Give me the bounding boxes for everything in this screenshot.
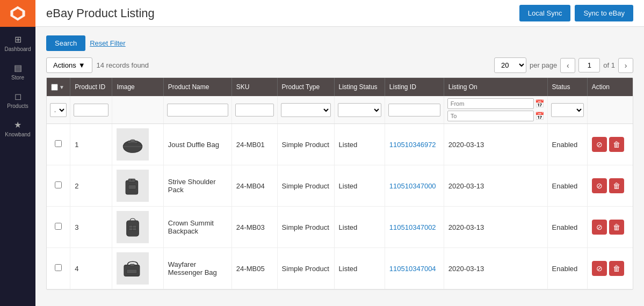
row-product-id-2: 2 <box>70 165 112 207</box>
records-found: 14 records found <box>97 61 149 69</box>
row-status-3: Enabled <box>547 207 587 248</box>
sidebar-item-store-label: Store <box>11 75 24 81</box>
filter-type-select[interactable] <box>281 103 331 117</box>
filter-status-select[interactable] <box>551 103 584 117</box>
filter-listing-on-cell: 📅 📅 <box>444 96 547 124</box>
row-checkbox-3[interactable] <box>55 223 62 230</box>
per-page-select[interactable]: 20 50 100 <box>494 57 526 73</box>
svg-rect-6 <box>128 185 136 189</box>
row-status-2: Enabled <box>547 165 587 207</box>
row-checkbox-2[interactable] <box>55 181 62 188</box>
select-all-checkbox[interactable] <box>51 84 58 91</box>
row-action-cell-2: ⊘ 🗑 <box>587 165 633 207</box>
page-number-input[interactable] <box>578 58 600 72</box>
pagination: 20 50 100 per page ‹ of 1 › <box>494 57 633 73</box>
sidebar-item-dashboard[interactable]: ⊞ Dashboard <box>0 29 35 57</box>
ban-button-1[interactable]: ⊘ <box>592 137 607 152</box>
sync-to-ebay-button[interactable]: Sync to eBay <box>575 5 633 21</box>
row-listing-id-2: 110510347000 <box>385 165 444 207</box>
delete-button-1[interactable]: 🗑 <box>609 137 624 152</box>
row-checkbox-1[interactable] <box>55 140 62 147</box>
row-image-cell-4 <box>112 248 163 289</box>
col-header-sku: SKU <box>231 78 277 96</box>
col-header-listing-status: Listing Status <box>334 78 385 96</box>
page-content: Search Reset Filter Actions ▼ 14 records… <box>35 27 644 306</box>
next-page-button[interactable]: › <box>618 58 633 73</box>
row-product-id-4: 4 <box>70 248 112 289</box>
row-action-cell-4: ⊘ 🗑 <box>587 248 633 289</box>
reset-filter-button[interactable]: Reset Filter <box>90 39 125 47</box>
ban-button-4[interactable]: ⊘ <box>592 261 607 276</box>
col-header-listing-on: Listing On <box>444 78 547 96</box>
chevron-down-icon[interactable]: ▼ <box>59 84 64 90</box>
actions-bar: Actions ▼ 14 records found 20 50 100 per… <box>46 57 633 73</box>
action-buttons-3: ⊘ 🗑 <box>592 220 628 235</box>
select-all-header: ▼ <box>47 78 70 96</box>
ban-button-3[interactable]: ⊘ <box>592 220 607 235</box>
listing-id-link-4[interactable]: 110510347004 <box>389 265 436 273</box>
row-image-cell-2 <box>112 165 163 207</box>
search-button[interactable]: Search <box>46 35 85 51</box>
filter-select-cell: Any <box>47 96 70 124</box>
filter-name-input[interactable] <box>167 104 228 116</box>
delete-button-2[interactable]: 🗑 <box>609 178 624 193</box>
page-header: eBay Product Listing Local Sync Sync to … <box>35 0 644 27</box>
filter-listing-status-cell <box>334 96 385 124</box>
filter-listing-id-input[interactable] <box>388 104 440 116</box>
filter-listing-id-cell <box>385 96 444 124</box>
row-action-cell-3: ⊘ 🗑 <box>587 207 633 248</box>
sidebar-item-products[interactable]: ◻ Products <box>0 86 35 114</box>
delete-button-3[interactable]: 🗑 <box>609 220 624 235</box>
sidebar-item-knowband[interactable]: ★ Knowband <box>0 114 35 143</box>
local-sync-button[interactable]: Local Sync <box>519 5 571 21</box>
filter-action-cell <box>587 96 633 124</box>
actions-dropdown-button[interactable]: Actions ▼ <box>46 57 92 73</box>
filter-date-from-input[interactable] <box>447 98 534 109</box>
action-buttons-2: ⊘ 🗑 <box>592 178 628 193</box>
row-checkbox-cell-2 <box>47 165 70 207</box>
filter-sku-input[interactable] <box>235 104 274 116</box>
filter-sku-cell <box>231 96 277 124</box>
per-page-label: per page <box>530 61 557 69</box>
page-total-label: of 1 <box>603 61 615 69</box>
products-table-container: ▼ Product ID Image Product Name SKU Prod… <box>46 77 633 290</box>
sidebar-item-dashboard-label: Dashboard <box>5 46 31 52</box>
col-header-status: Status <box>547 78 587 96</box>
sidebar: ⊞ Dashboard ▤ Store ◻ Products ★ Knowban… <box>0 0 35 306</box>
knowband-icon: ★ <box>14 120 21 130</box>
action-buttons-4: ⊘ 🗑 <box>592 261 628 276</box>
filter-image-cell <box>112 96 163 124</box>
row-product-type-2: Simple Product <box>277 165 334 207</box>
filter-id-cell <box>70 96 112 124</box>
row-product-name-2: Strive Shoulder Pack <box>163 165 231 207</box>
sidebar-item-store[interactable]: ▤ Store <box>0 57 35 86</box>
filter-date-to-input[interactable] <box>447 111 534 121</box>
filter-select-any[interactable]: Any <box>50 103 67 117</box>
filter-status-cell <box>547 96 587 124</box>
logo[interactable] <box>0 0 35 27</box>
sidebar-item-knowband-label: Knowband <box>5 132 30 137</box>
listing-id-link-3[interactable]: 110510347002 <box>389 223 436 231</box>
filter-id-input[interactable] <box>74 104 108 116</box>
prev-page-button[interactable]: ‹ <box>560 58 575 73</box>
listing-id-link-1[interactable]: 110510346972 <box>389 141 436 149</box>
calendar-from-icon[interactable]: 📅 <box>535 99 544 108</box>
filter-row: Any <box>47 96 633 124</box>
row-checkbox-4[interactable] <box>55 264 62 271</box>
table-row: 3 Crown Summit Backpack 24-MB03 Simple P… <box>47 207 633 248</box>
store-icon: ▤ <box>14 63 22 73</box>
listing-id-link-2[interactable]: 110510347000 <box>389 182 436 190</box>
row-product-type-4: Simple Product <box>277 248 334 289</box>
page-title: eBay Product Listing <box>46 6 155 20</box>
row-listing-on-1: 2020-03-13 <box>444 124 547 165</box>
row-checkbox-cell-1 <box>47 124 70 165</box>
row-checkbox-cell-4 <box>47 248 70 289</box>
svg-point-3 <box>131 140 136 142</box>
products-icon: ◻ <box>15 91 21 101</box>
row-product-name-4: Wayfarer Messenger Bag <box>163 248 231 289</box>
delete-button-4[interactable]: 🗑 <box>609 261 624 276</box>
filter-listing-status-select[interactable] <box>338 103 381 117</box>
calendar-to-icon[interactable]: 📅 <box>535 112 544 120</box>
ban-button-2[interactable]: ⊘ <box>592 178 607 193</box>
actions-label: Actions <box>53 61 76 69</box>
